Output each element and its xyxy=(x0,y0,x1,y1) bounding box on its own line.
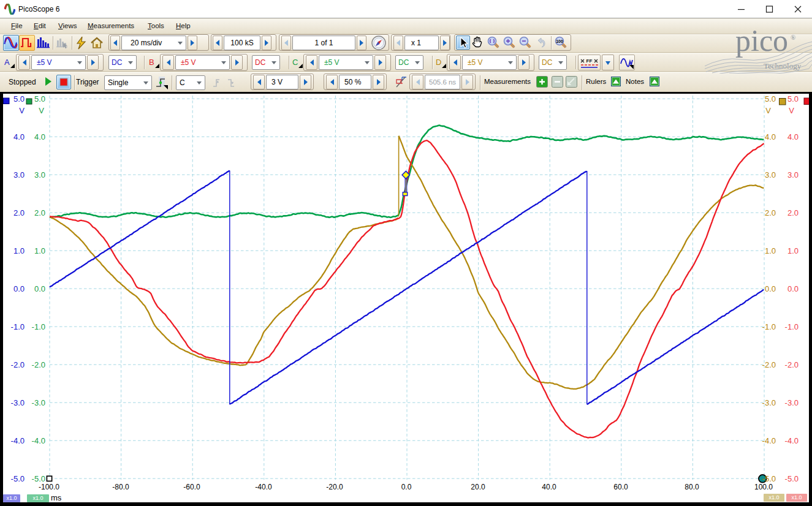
svg-text:100: 100 xyxy=(556,39,563,43)
svg-text:FF: FF xyxy=(586,58,593,64)
svg-text:Technology: Technology xyxy=(764,61,802,70)
svg-text:®: ® xyxy=(791,34,795,41)
svg-text:pico: pico xyxy=(735,31,788,58)
